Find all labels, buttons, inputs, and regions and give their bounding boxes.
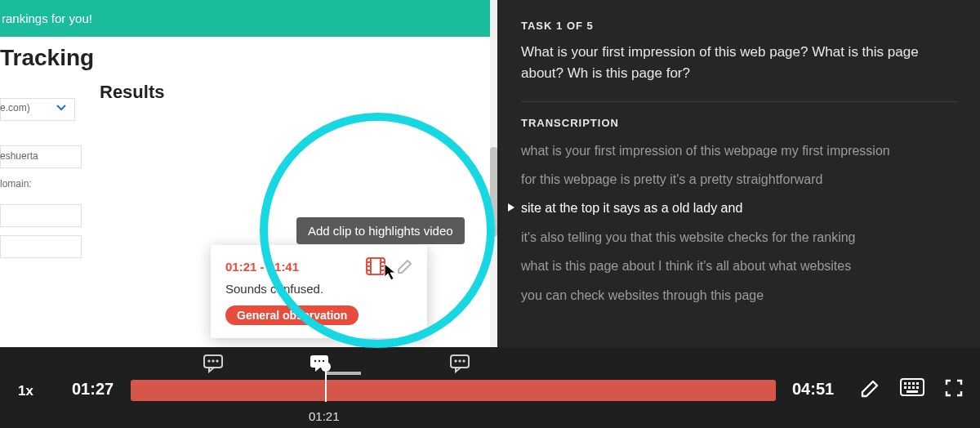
playhead-time-label: 01:21 <box>309 409 340 423</box>
field-label: eshuerta <box>0 150 38 162</box>
svg-rect-27 <box>908 386 911 389</box>
svg-rect-29 <box>916 386 919 389</box>
annotation-note: Sounds confused. <box>225 282 412 296</box>
transcription-line[interactable]: for this webpage is pretty it's a pretty… <box>521 171 957 189</box>
transcription-list: what is your first impression of this we… <box>521 142 957 305</box>
input-field[interactable] <box>0 204 82 227</box>
add-clip-icon[interactable] <box>365 256 386 276</box>
transcription-line[interactable]: what is your first impression of this we… <box>521 142 957 160</box>
buffered-segment <box>325 372 361 375</box>
scrollbar-thumb[interactable] <box>490 147 497 237</box>
promo-banner: rankings for you! <box>0 0 497 37</box>
task-question: What is your first impression of this we… <box>521 42 957 85</box>
transcription-line[interactable]: what is this page about I think it's all… <box>521 257 957 275</box>
svg-rect-30 <box>906 390 918 393</box>
annotation-tag: General observation <box>225 305 359 325</box>
svg-point-15 <box>318 360 320 362</box>
page-heading: Tracking <box>0 45 94 71</box>
tooltip: Add clip to highlights video <box>296 217 465 244</box>
input-field[interactable] <box>0 235 82 258</box>
svg-point-14 <box>314 360 316 362</box>
divider <box>521 101 957 102</box>
edit-icon[interactable] <box>859 378 880 399</box>
svg-rect-25 <box>916 382 919 385</box>
annotation-marker-icon[interactable] <box>203 354 224 373</box>
transcription-line[interactable]: you can check websites through this page <box>521 287 957 305</box>
svg-point-19 <box>459 360 461 362</box>
playback-speed-button[interactable]: 1x <box>18 383 33 399</box>
chevron-down-icon[interactable] <box>56 102 67 114</box>
svg-point-10 <box>208 360 210 362</box>
svg-rect-22 <box>904 382 906 385</box>
transcription-heading: TRANSCRIPTION <box>521 117 957 129</box>
player-bar: 1x 01:27 01:21 04:51 <box>0 347 980 428</box>
svg-point-18 <box>455 360 457 362</box>
banner-text: rankings for you! <box>2 11 92 25</box>
svg-point-11 <box>212 360 214 362</box>
svg-rect-28 <box>912 386 915 389</box>
edit-icon[interactable] <box>394 256 416 276</box>
annotation-card: 01:21 - 01:41 Sounds confused. General o… <box>211 245 427 338</box>
fullscreen-icon[interactable] <box>944 378 964 398</box>
svg-rect-24 <box>912 382 915 385</box>
field-label: lomain: <box>0 178 32 189</box>
annotation-marker-icon[interactable] <box>449 354 470 373</box>
task-counter: TASK 1 OF 5 <box>521 20 957 32</box>
transcription-line[interactable]: it's also telling you that this website … <box>521 229 957 247</box>
task-panel: TASK 1 OF 5 What is your first impressio… <box>498 0 980 347</box>
duration: 04:51 <box>792 380 834 399</box>
section-heading: Results <box>100 82 164 103</box>
svg-rect-26 <box>904 386 906 389</box>
svg-point-12 <box>216 360 218 362</box>
transcription-line[interactable]: site at the top it says as a old lady an… <box>521 199 957 217</box>
keyboard-icon[interactable] <box>900 378 924 396</box>
timeline-track[interactable] <box>131 380 776 401</box>
current-time: 01:27 <box>72 380 114 399</box>
playhead-handle[interactable] <box>321 362 331 372</box>
svg-rect-23 <box>908 382 911 385</box>
field-label: e.com) <box>0 102 30 114</box>
svg-point-20 <box>463 360 465 362</box>
